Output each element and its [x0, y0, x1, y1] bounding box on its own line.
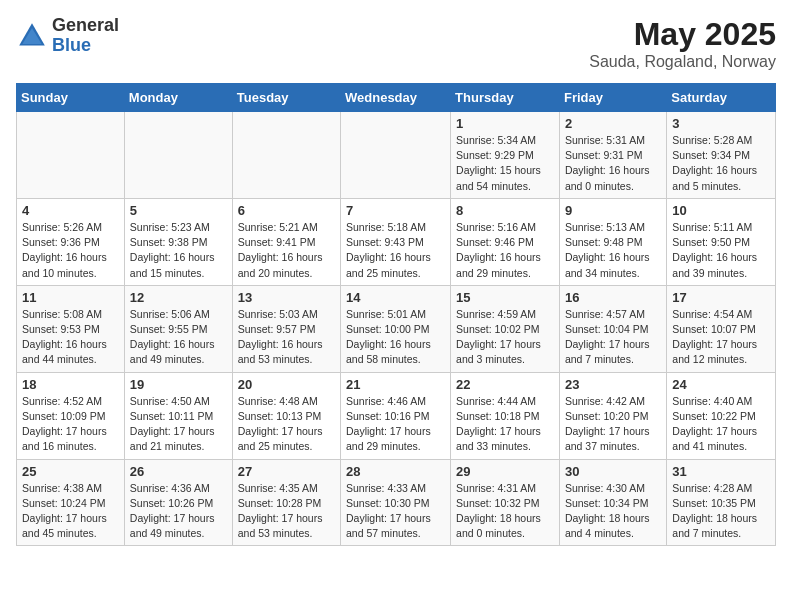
day-number: 23	[565, 377, 661, 392]
week-row-1: 1Sunrise: 5:34 AM Sunset: 9:29 PM Daylig…	[17, 112, 776, 199]
day-cell	[341, 112, 451, 199]
day-number: 26	[130, 464, 227, 479]
day-cell: 18Sunrise: 4:52 AM Sunset: 10:09 PM Dayl…	[17, 372, 125, 459]
page-subtitle: Sauda, Rogaland, Norway	[589, 53, 776, 71]
day-number: 24	[672, 377, 770, 392]
day-cell: 4Sunrise: 5:26 AM Sunset: 9:36 PM Daylig…	[17, 198, 125, 285]
day-cell: 11Sunrise: 5:08 AM Sunset: 9:53 PM Dayli…	[17, 285, 125, 372]
day-info: Sunrise: 4:28 AM Sunset: 10:35 PM Daylig…	[672, 481, 770, 542]
day-cell: 19Sunrise: 4:50 AM Sunset: 10:11 PM Dayl…	[124, 372, 232, 459]
day-info: Sunrise: 5:21 AM Sunset: 9:41 PM Dayligh…	[238, 220, 335, 281]
day-info: Sunrise: 4:42 AM Sunset: 10:20 PM Daylig…	[565, 394, 661, 455]
day-number: 20	[238, 377, 335, 392]
day-number: 31	[672, 464, 770, 479]
day-cell: 24Sunrise: 4:40 AM Sunset: 10:22 PM Dayl…	[667, 372, 776, 459]
day-cell: 30Sunrise: 4:30 AM Sunset: 10:34 PM Dayl…	[559, 459, 666, 546]
day-number: 9	[565, 203, 661, 218]
header-tuesday: Tuesday	[232, 84, 340, 112]
day-number: 18	[22, 377, 119, 392]
day-info: Sunrise: 4:36 AM Sunset: 10:26 PM Daylig…	[130, 481, 227, 542]
day-cell: 16Sunrise: 4:57 AM Sunset: 10:04 PM Dayl…	[559, 285, 666, 372]
calendar-body: 1Sunrise: 5:34 AM Sunset: 9:29 PM Daylig…	[17, 112, 776, 546]
day-cell: 8Sunrise: 5:16 AM Sunset: 9:46 PM Daylig…	[451, 198, 560, 285]
week-row-2: 4Sunrise: 5:26 AM Sunset: 9:36 PM Daylig…	[17, 198, 776, 285]
day-info: Sunrise: 4:35 AM Sunset: 10:28 PM Daylig…	[238, 481, 335, 542]
logo-text: General Blue	[52, 16, 119, 56]
day-number: 19	[130, 377, 227, 392]
day-cell: 29Sunrise: 4:31 AM Sunset: 10:32 PM Dayl…	[451, 459, 560, 546]
day-number: 3	[672, 116, 770, 131]
day-cell: 23Sunrise: 4:42 AM Sunset: 10:20 PM Dayl…	[559, 372, 666, 459]
day-cell: 17Sunrise: 4:54 AM Sunset: 10:07 PM Dayl…	[667, 285, 776, 372]
day-cell: 2Sunrise: 5:31 AM Sunset: 9:31 PM Daylig…	[559, 112, 666, 199]
week-row-5: 25Sunrise: 4:38 AM Sunset: 10:24 PM Dayl…	[17, 459, 776, 546]
day-info: Sunrise: 5:01 AM Sunset: 10:00 PM Daylig…	[346, 307, 445, 368]
day-number: 11	[22, 290, 119, 305]
day-info: Sunrise: 4:59 AM Sunset: 10:02 PM Daylig…	[456, 307, 554, 368]
day-info: Sunrise: 4:44 AM Sunset: 10:18 PM Daylig…	[456, 394, 554, 455]
header-wednesday: Wednesday	[341, 84, 451, 112]
day-info: Sunrise: 4:54 AM Sunset: 10:07 PM Daylig…	[672, 307, 770, 368]
day-number: 4	[22, 203, 119, 218]
day-number: 7	[346, 203, 445, 218]
day-number: 27	[238, 464, 335, 479]
week-row-4: 18Sunrise: 4:52 AM Sunset: 10:09 PM Dayl…	[17, 372, 776, 459]
page-header: General Blue May 2025 Sauda, Rogaland, N…	[16, 16, 776, 71]
day-number: 13	[238, 290, 335, 305]
day-info: Sunrise: 5:26 AM Sunset: 9:36 PM Dayligh…	[22, 220, 119, 281]
day-info: Sunrise: 4:40 AM Sunset: 10:22 PM Daylig…	[672, 394, 770, 455]
title-block: May 2025 Sauda, Rogaland, Norway	[589, 16, 776, 71]
day-cell: 21Sunrise: 4:46 AM Sunset: 10:16 PM Dayl…	[341, 372, 451, 459]
calendar-header: SundayMondayTuesdayWednesdayThursdayFrid…	[17, 84, 776, 112]
header-sunday: Sunday	[17, 84, 125, 112]
header-thursday: Thursday	[451, 84, 560, 112]
day-number: 17	[672, 290, 770, 305]
header-row: SundayMondayTuesdayWednesdayThursdayFrid…	[17, 84, 776, 112]
day-info: Sunrise: 4:33 AM Sunset: 10:30 PM Daylig…	[346, 481, 445, 542]
day-number: 30	[565, 464, 661, 479]
day-cell: 22Sunrise: 4:44 AM Sunset: 10:18 PM Dayl…	[451, 372, 560, 459]
day-info: Sunrise: 4:46 AM Sunset: 10:16 PM Daylig…	[346, 394, 445, 455]
day-info: Sunrise: 5:23 AM Sunset: 9:38 PM Dayligh…	[130, 220, 227, 281]
header-monday: Monday	[124, 84, 232, 112]
day-cell: 9Sunrise: 5:13 AM Sunset: 9:48 PM Daylig…	[559, 198, 666, 285]
day-number: 29	[456, 464, 554, 479]
day-info: Sunrise: 5:08 AM Sunset: 9:53 PM Dayligh…	[22, 307, 119, 368]
day-info: Sunrise: 4:30 AM Sunset: 10:34 PM Daylig…	[565, 481, 661, 542]
day-cell	[232, 112, 340, 199]
day-cell: 28Sunrise: 4:33 AM Sunset: 10:30 PM Dayl…	[341, 459, 451, 546]
day-number: 1	[456, 116, 554, 131]
day-cell: 12Sunrise: 5:06 AM Sunset: 9:55 PM Dayli…	[124, 285, 232, 372]
day-cell: 27Sunrise: 4:35 AM Sunset: 10:28 PM Dayl…	[232, 459, 340, 546]
day-number: 5	[130, 203, 227, 218]
day-cell: 5Sunrise: 5:23 AM Sunset: 9:38 PM Daylig…	[124, 198, 232, 285]
day-info: Sunrise: 4:38 AM Sunset: 10:24 PM Daylig…	[22, 481, 119, 542]
header-saturday: Saturday	[667, 84, 776, 112]
day-cell: 26Sunrise: 4:36 AM Sunset: 10:26 PM Dayl…	[124, 459, 232, 546]
day-info: Sunrise: 4:52 AM Sunset: 10:09 PM Daylig…	[22, 394, 119, 455]
day-info: Sunrise: 5:16 AM Sunset: 9:46 PM Dayligh…	[456, 220, 554, 281]
week-row-3: 11Sunrise: 5:08 AM Sunset: 9:53 PM Dayli…	[17, 285, 776, 372]
day-cell: 20Sunrise: 4:48 AM Sunset: 10:13 PM Dayl…	[232, 372, 340, 459]
day-cell: 14Sunrise: 5:01 AM Sunset: 10:00 PM Dayl…	[341, 285, 451, 372]
day-number: 8	[456, 203, 554, 218]
day-info: Sunrise: 5:28 AM Sunset: 9:34 PM Dayligh…	[672, 133, 770, 194]
day-info: Sunrise: 5:34 AM Sunset: 9:29 PM Dayligh…	[456, 133, 554, 194]
day-number: 12	[130, 290, 227, 305]
day-number: 6	[238, 203, 335, 218]
day-number: 25	[22, 464, 119, 479]
day-cell: 1Sunrise: 5:34 AM Sunset: 9:29 PM Daylig…	[451, 112, 560, 199]
header-friday: Friday	[559, 84, 666, 112]
day-number: 28	[346, 464, 445, 479]
day-cell: 3Sunrise: 5:28 AM Sunset: 9:34 PM Daylig…	[667, 112, 776, 199]
day-info: Sunrise: 4:48 AM Sunset: 10:13 PM Daylig…	[238, 394, 335, 455]
day-info: Sunrise: 4:31 AM Sunset: 10:32 PM Daylig…	[456, 481, 554, 542]
day-cell: 6Sunrise: 5:21 AM Sunset: 9:41 PM Daylig…	[232, 198, 340, 285]
day-info: Sunrise: 5:03 AM Sunset: 9:57 PM Dayligh…	[238, 307, 335, 368]
day-number: 10	[672, 203, 770, 218]
day-info: Sunrise: 4:57 AM Sunset: 10:04 PM Daylig…	[565, 307, 661, 368]
day-cell: 15Sunrise: 4:59 AM Sunset: 10:02 PM Dayl…	[451, 285, 560, 372]
day-info: Sunrise: 5:06 AM Sunset: 9:55 PM Dayligh…	[130, 307, 227, 368]
day-info: Sunrise: 5:18 AM Sunset: 9:43 PM Dayligh…	[346, 220, 445, 281]
day-info: Sunrise: 5:31 AM Sunset: 9:31 PM Dayligh…	[565, 133, 661, 194]
